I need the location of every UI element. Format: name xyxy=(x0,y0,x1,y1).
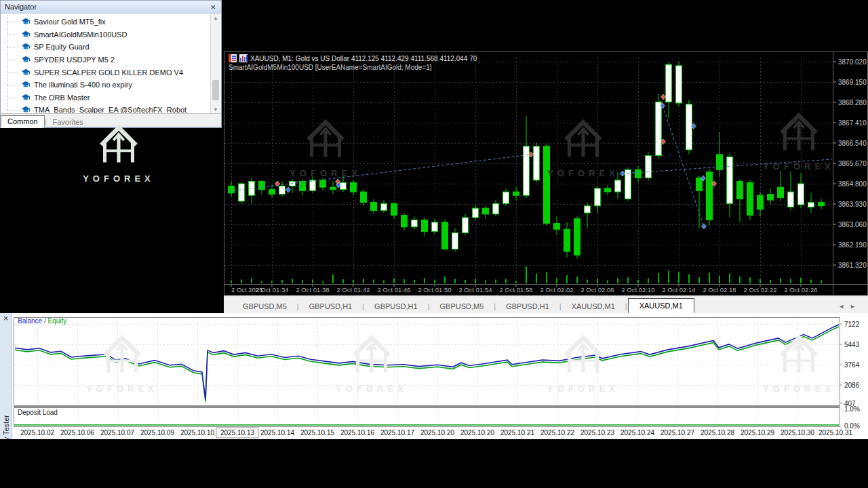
mini-chart-icon[interactable] xyxy=(239,54,248,62)
navigator-titlebar[interactable]: Navigator × xyxy=(1,1,221,14)
svg-text:2025.10.27: 2025.10.27 xyxy=(660,429,694,436)
svg-text:2025.10.10: 2025.10.10 xyxy=(180,429,214,436)
navigator-item[interactable]: SPYDER USDJPY M5 2 xyxy=(1,54,221,66)
strategy-tester-side-tab[interactable]: × Strategy Tester xyxy=(0,313,12,439)
expert-advisor-icon xyxy=(21,30,31,39)
svg-text:2 Oct 01:58: 2 Oct 01:58 xyxy=(499,286,532,293)
deposit-load-label: Deposit Load xyxy=(18,409,58,416)
svg-text:2 Oct 02:26: 2 Oct 02:26 xyxy=(784,286,817,293)
svg-text:2025.10.14: 2025.10.14 xyxy=(260,429,294,436)
scroll-up-icon[interactable]: ▲ xyxy=(211,14,220,22)
tree-line xyxy=(1,54,21,66)
svg-text:3861.320: 3861.320 xyxy=(838,262,867,269)
strategy-tester-tab-label: Strategy Tester xyxy=(2,415,10,439)
tabs-scroll-left-icon[interactable]: ◄ xyxy=(838,303,850,310)
time-axis: 2 Oct 20252 Oct 01:342 Oct 01:382 Oct 01… xyxy=(231,284,818,293)
navigator-item[interactable]: SUPER SCALPER GOLD KILLER DEMO V4 xyxy=(1,66,221,79)
tab-favorites[interactable]: Favorites xyxy=(46,117,89,127)
navigator-scrollbar[interactable]: ▲ ▼ xyxy=(210,14,220,114)
svg-text:2 Oct 02:10: 2 Oct 02:10 xyxy=(621,286,654,293)
volume-bars xyxy=(231,266,821,283)
navigator-item[interactable]: SmartAIGoldM5Min100USD xyxy=(1,28,221,41)
tester-date-axis: 2025.10.022025.10.062025.10.072025.10.09… xyxy=(20,428,852,438)
navigator-panel: Navigator × Saviour Gold MT5_fixSmartAIG… xyxy=(0,0,222,127)
navigator-item-label: SmartAIGoldM5Min100USD xyxy=(34,30,127,39)
svg-text:2 Oct 02:18: 2 Oct 02:18 xyxy=(703,286,736,293)
screen: Market Watch: 10:48:12 × SymbolBidAskDai… xyxy=(0,0,868,488)
expert-advisor-icon xyxy=(21,18,31,26)
expert-advisor-icon xyxy=(21,43,31,51)
chart-tab-gbpusd-h1[interactable]: GBPUSD,H1 xyxy=(365,300,427,313)
close-icon[interactable]: × xyxy=(2,314,10,322)
chart-tab-gbpusd-h1[interactable]: GBPUSD,H1 xyxy=(496,300,559,313)
svg-text:3870.020: 3870.020 xyxy=(838,58,867,66)
chart-ea-subtitle: SmartAIGoldM5Min100USD [UserEAName=Smart… xyxy=(229,64,432,71)
chart-title-text: XAUUSD, M1: Gold vs US Dollar 4112.125 4… xyxy=(250,55,477,62)
svg-text:3863.060: 3863.060 xyxy=(838,221,867,228)
svg-text:2025.10.29: 2025.10.29 xyxy=(741,429,774,436)
legend-equity: Equity xyxy=(47,317,66,325)
tester-value-axis: 71225443376420864071.0%0.0% xyxy=(840,321,860,430)
svg-text:1.0%: 1.0% xyxy=(844,405,860,413)
svg-text:7122: 7122 xyxy=(844,321,860,328)
svg-text:3868.280: 3868.280 xyxy=(838,99,867,106)
depth-grid-icon[interactable] xyxy=(229,54,237,62)
svg-text:2025.10.15: 2025.10.15 xyxy=(300,429,334,436)
svg-text:3867.410: 3867.410 xyxy=(838,119,867,127)
navigator-item-label: SP Equity Guard xyxy=(34,43,90,51)
tab-scroll-arrows[interactable]: ◄► xyxy=(838,303,861,310)
chart-tab-xauusd-m1[interactable]: XAUUSD,M1 xyxy=(628,298,694,313)
chart-tab-xauusd-m1[interactable]: XAUUSD,M1 xyxy=(562,300,625,313)
trade-history xyxy=(229,94,832,229)
tree-line xyxy=(1,92,21,104)
expert-advisor-icon xyxy=(21,56,31,64)
svg-text:5443: 5443 xyxy=(844,341,860,348)
buy-marker-icon xyxy=(620,171,625,176)
tree-line xyxy=(1,28,21,41)
chart-tab-gbpusd-h1[interactable]: GBPUSD,H1 xyxy=(300,300,362,313)
navigator-item[interactable]: Saviour Gold MT5_fix xyxy=(1,16,221,28)
svg-text:2025.10.21: 2025.10.21 xyxy=(500,429,534,436)
svg-text:3764: 3764 xyxy=(844,361,860,369)
expert-advisor-icon xyxy=(21,94,31,102)
svg-text:3869.150: 3869.150 xyxy=(838,79,867,86)
tabs-scroll-right-icon[interactable]: ► xyxy=(850,303,861,310)
svg-text:2 Oct 01:34: 2 Oct 01:34 xyxy=(255,286,288,293)
svg-text:2025.10.24: 2025.10.24 xyxy=(620,429,654,436)
strategy-tester-panel: 71225443376420864071.0%0.0%2025.10.02202… xyxy=(0,313,868,439)
tester-chart[interactable]: 71225443376420864071.0%0.0%2025.10.02202… xyxy=(0,313,868,439)
navigator-item-label: SPYDER USDJPY M5 2 xyxy=(34,56,115,64)
navigator-item[interactable]: SP Equity Guard xyxy=(1,41,221,54)
navigator-tabs: Common|Favorites xyxy=(1,113,221,127)
chart-tabbar: GBPUSD,M5|GBPUSD,H1|GBPUSD,H1|GBPUSD,M5|… xyxy=(224,296,868,313)
svg-text:2 Oct 01:38: 2 Oct 01:38 xyxy=(296,286,329,293)
expert-advisor-icon xyxy=(21,81,31,89)
navigator-item[interactable]: The ORB Master xyxy=(1,92,221,104)
buy-marker-icon xyxy=(286,187,291,192)
svg-text:2025.10.17: 2025.10.17 xyxy=(380,429,414,436)
chart-tab-gbpusd-m5[interactable]: GBPUSD,M5 xyxy=(431,300,494,313)
close-icon[interactable]: × xyxy=(209,3,217,11)
svg-text:2025.10.06: 2025.10.06 xyxy=(60,429,94,436)
tester-legend: Balance / Equity xyxy=(18,317,66,325)
scrollbar-thumb[interactable] xyxy=(212,80,219,100)
svg-text:2 Oct 02:02: 2 Oct 02:02 xyxy=(540,286,573,293)
candles xyxy=(229,62,825,258)
svg-text:2 Oct 02:14: 2 Oct 02:14 xyxy=(662,286,695,293)
svg-text:2 Oct 01:50: 2 Oct 01:50 xyxy=(418,286,451,293)
navigator-item-label: The ORB Master xyxy=(34,94,90,102)
svg-text:2025.10.07: 2025.10.07 xyxy=(100,429,134,436)
svg-text:2025.10.09: 2025.10.09 xyxy=(140,429,174,436)
navigator-item[interactable]: The illuminati S-400 no expiry xyxy=(1,79,221,92)
price-chart-canvas[interactable]: 3870.0203869.1503868.2803867.4103866.540… xyxy=(224,52,868,296)
tab-common[interactable]: Common xyxy=(1,115,45,127)
price-axis: 3870.0203869.1503868.2803867.4103866.540… xyxy=(833,58,867,269)
svg-text:2025.10.13: 2025.10.13 xyxy=(220,429,254,436)
legend-balance: Balance xyxy=(18,317,42,325)
navigator-item-label: SUPER SCALPER GOLD KILLER DEMO V4 xyxy=(34,68,183,77)
chart-tab-gbpusd-m5[interactable]: GBPUSD,M5 xyxy=(233,300,296,313)
svg-text:3865.670: 3865.670 xyxy=(838,160,867,167)
navigator-title: Navigator xyxy=(5,3,209,11)
chart-title-row: XAUUSD, M1: Gold vs US Dollar 4112.125 4… xyxy=(229,54,477,62)
svg-text:2 Oct 02:06: 2 Oct 02:06 xyxy=(580,286,614,293)
